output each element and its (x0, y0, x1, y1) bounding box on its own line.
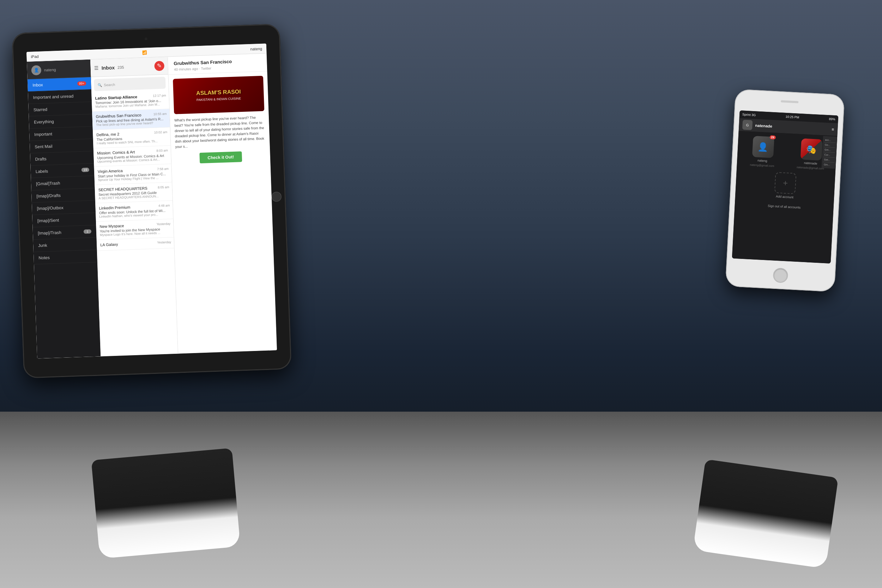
account-name-0: nateng (758, 159, 767, 163)
iphone-home-button[interactable] (772, 268, 788, 283)
iphone-logo-icon: G (746, 123, 748, 127)
email-item-4[interactable]: Virgin America Start your holiday in Fir… (94, 164, 172, 185)
sign-out-button[interactable]: Sign out of all accounts (737, 200, 831, 213)
sidebar-inbox-badge: 99+ (77, 81, 86, 86)
sneaker-right (693, 459, 838, 568)
email-time-3: 8:03 am (156, 148, 168, 152)
sidebar-junk-label: Junk (38, 243, 47, 248)
sidebar-drafts-label: Drafts (35, 156, 46, 162)
sidebar-item-notes[interactable]: Notes (33, 250, 98, 264)
ipad-username: nateng (250, 46, 262, 51)
email-time-8: Yesterday (157, 240, 171, 244)
inbox-title: Inbox (101, 64, 115, 70)
inbox-count: 235 (117, 65, 124, 69)
ipad-camera (145, 38, 147, 40)
email-sender-8: LA Galaxy (100, 241, 157, 247)
sidebar-starred-label: Starred (33, 107, 48, 112)
email-time-6: 4:48 am (158, 204, 170, 207)
sidebar-important-unread-label: Important and unread (33, 94, 74, 100)
sidebar-inbox-label: Inbox (33, 82, 43, 88)
ipad-main-area: ☰ Inbox 235 ✎ 🔍 Search (90, 53, 277, 356)
account-item-0[interactable]: 👤 29 nateng nateng@gmail.com (740, 135, 786, 168)
email-list: ☰ Inbox 235 ✎ 🔍 Search (90, 57, 178, 356)
account-name-1: natenade (804, 161, 818, 165)
ipad-home-button[interactable] (271, 192, 282, 202)
email-time-1: 10:55 am (153, 112, 167, 116)
ipad-sidebar: 👤 nateng Inbox 99+ Important and unread … (27, 60, 100, 359)
email-item-1[interactable]: Grubwithus San Francisco Pick up lines a… (92, 109, 170, 130)
add-account-item[interactable]: + Add account (774, 172, 796, 199)
iphone-time: 10:25 PM (785, 115, 799, 119)
add-account-label: Add account (776, 195, 794, 199)
email-time-0: 12:17 pm (153, 93, 166, 98)
email-time-2: 10:02 am (154, 130, 168, 134)
iphone-right-panel: acc... Go... Gm... Cur... Get... Gm... (821, 136, 837, 169)
sidebar-labels-label: Labels (36, 169, 48, 174)
sidebar-sent-label: Sent Mail (34, 144, 52, 150)
sidebar-imap-drafts-label: [Imap]/Drafts (36, 193, 61, 199)
email-time-5: 8:05 am (158, 185, 170, 189)
sidebar-imap-trash-badge: 1 (84, 229, 92, 234)
email-body-text: What's the worst pickup line you've ever… (174, 115, 266, 150)
email-item-8[interactable]: LA Galaxy Yesterday (97, 237, 174, 251)
account-label-0: nateng@gmail.com (750, 164, 774, 168)
email-search-bar[interactable]: 🔍 Search (94, 76, 166, 91)
sidebar-imap-trash-label: [Imap]/Trash (38, 230, 62, 236)
iphone-carrier: Sprint 3G (742, 112, 756, 117)
compose-button[interactable]: ✎ (154, 61, 164, 71)
email-time-4: 7:58 am (157, 167, 169, 171)
restaurant-subtitle: PAKISTANI & INDIAN CUISINE (196, 97, 242, 102)
email-detail-time: 40 minutes ago (174, 67, 198, 71)
sidebar-important-label: Important (34, 132, 52, 137)
iphone-container: Sprint 3G 10:25 PM 89% G natenade ≡ 👤 (725, 89, 845, 292)
sidebar-avatar: 👤 (31, 65, 41, 75)
email-item-0[interactable]: Latino Startup Alliance Tomorrow: Join 1… (92, 91, 170, 112)
email-item-3[interactable]: Mission: Comics & Art Upcoming Events at… (93, 146, 171, 167)
iphone-app-title: natenade (755, 123, 772, 128)
email-item-6[interactable]: LinkedIn Premium Offer ends soon: Unlock… (95, 201, 173, 222)
iphone-battery: 89% (829, 117, 836, 121)
account-person-icon-1: 🎭 (806, 144, 817, 155)
compose-icon: ✎ (157, 62, 162, 69)
iphone-body: Sprint 3G 10:25 PM 89% G natenade ≡ 👤 (725, 89, 845, 292)
sidebar-header: 👤 nateng (27, 60, 91, 80)
sidebar-imap-sent-label: [Imap]/Sent (38, 218, 59, 223)
cta-check-it-out-button[interactable]: Check it Out! (200, 152, 242, 164)
ipad-gmail-app: 👤 nateng Inbox 99+ Important and unread … (27, 53, 277, 358)
ipad-screen: iPad 📶 nateng 👤 nateng Inbox (27, 44, 277, 358)
email-item-7[interactable]: New Myspace You're invited to join the N… (96, 219, 174, 240)
iphone-screen: Sprint 3G 10:25 PM 89% G natenade ≡ 👤 (732, 110, 838, 264)
ipad-wifi-icon: 📶 (142, 50, 147, 55)
account-label-1: natenade@gmail.com (796, 166, 824, 170)
sneaker-left (92, 448, 241, 559)
sidebar-labels-badge: 19 (81, 168, 89, 172)
search-icon: 🔍 (98, 83, 102, 87)
email-detail-body: ASLAM'S RASOI PAKISTANI & INDIAN CUISINE… (169, 71, 277, 353)
iphone-menu-icon[interactable]: ≡ (831, 127, 834, 132)
email-time-7: Yesterday (156, 222, 170, 226)
restaurant-name: ASLAM'S RASOI (196, 88, 241, 97)
email-list-header: ☰ Inbox 235 ✎ (90, 57, 168, 77)
iphone-speaker (781, 100, 798, 104)
add-icon: + (783, 178, 788, 188)
sidebar-imap-outbox-label: [Imap]/Outbox (37, 205, 63, 211)
add-account-button[interactable]: + (774, 172, 796, 194)
account-grid: 👤 29 nateng nateng@gmail.com 🎭 natenade … (740, 135, 834, 171)
ipad-body: iPad 📶 nateng 👤 nateng Inbox (12, 24, 292, 378)
avatar-icon: 👤 (33, 68, 39, 73)
right-panel-item-5: Gm... (823, 162, 835, 168)
account-person-icon-0: 👤 (758, 142, 768, 152)
email-item-2[interactable]: Delfina, me 2 The Californians I really … (93, 128, 171, 148)
hamburger-icon[interactable]: ☰ (94, 65, 99, 71)
email-detail-panel: Grubwithus San Francisco 40 minutes ago … (168, 53, 277, 353)
sidebar-everything-label: Everything (34, 119, 54, 125)
sidebar-notes-label: Notes (39, 255, 50, 260)
account-badge-0: 29 (770, 135, 776, 140)
email-item-5[interactable]: SECRET HEADQUARTERS Secret Headquarters … (94, 182, 172, 204)
email-detail-source: Twitter (201, 66, 212, 70)
sidebar-gmail-trash-label: [Gmail]Trash (36, 181, 60, 186)
restaurant-banner: ASLAM'S RASOI PAKISTANI & INDIAN CUISINE (173, 76, 264, 114)
account-avatar-0: 👤 29 (752, 136, 774, 158)
account-avatar-1: 🎭 (800, 138, 822, 160)
search-placeholder: Search (104, 82, 115, 87)
